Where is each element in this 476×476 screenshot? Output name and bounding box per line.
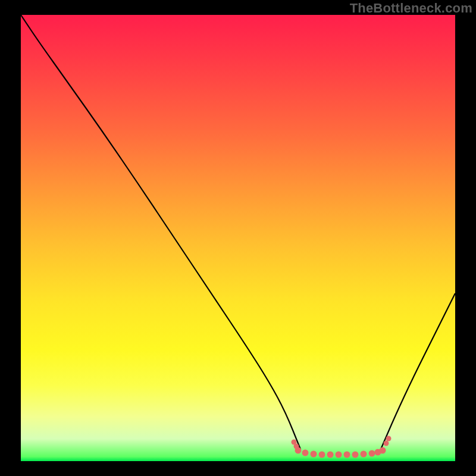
right-curve (381, 293, 455, 449)
watermark-text: TheBottleneck.com (350, 1, 472, 16)
dot (319, 452, 325, 458)
dot (386, 436, 392, 441)
dot (380, 447, 386, 454)
plot-area (21, 15, 455, 461)
dot (311, 451, 317, 458)
dot (361, 451, 367, 458)
dot (302, 450, 309, 456)
valley-dots (295, 447, 386, 458)
dot (327, 452, 334, 458)
valley-edge-dots (292, 436, 392, 449)
dot (344, 452, 350, 458)
chart-container: TheBottleneck.com (0, 0, 476, 476)
dot (336, 452, 342, 458)
dot (294, 444, 299, 449)
chart-svg (21, 15, 455, 461)
left-curve (21, 15, 300, 449)
dot (352, 452, 359, 458)
dot (384, 441, 389, 446)
dot (369, 450, 375, 457)
